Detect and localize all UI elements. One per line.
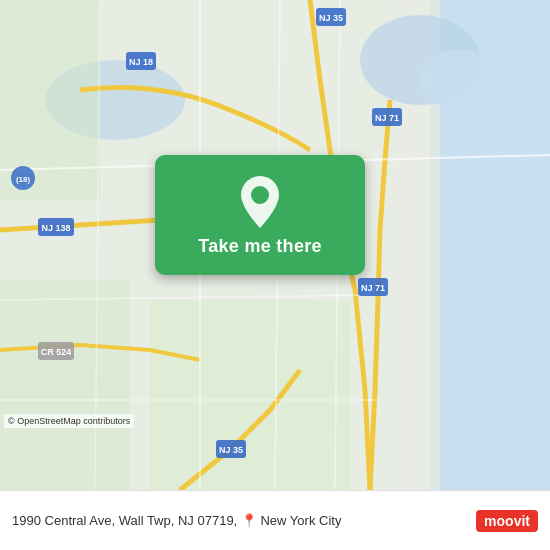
svg-text:NJ 35: NJ 35: [319, 13, 343, 23]
svg-text:NJ 71: NJ 71: [375, 113, 399, 123]
svg-point-32: [251, 186, 269, 204]
svg-text:NJ 18: NJ 18: [129, 57, 153, 67]
svg-text:NJ 35: NJ 35: [219, 445, 243, 455]
svg-text:(18): (18): [16, 175, 31, 184]
cta-label-text: Take me there: [198, 236, 322, 257]
take-me-there-button[interactable]: Take me there: [155, 155, 365, 275]
address-text: 1990 Central Ave, Wall Twp, NJ 07719, 📍 …: [12, 513, 476, 528]
svg-text:CR 524: CR 524: [41, 347, 72, 357]
bottom-bar: 1990 Central Ave, Wall Twp, NJ 07719, 📍 …: [0, 490, 550, 550]
location-pin-icon: [236, 174, 284, 230]
map-attribution: © OpenStreetMap contributors: [4, 414, 134, 428]
svg-text:NJ 71: NJ 71: [361, 283, 385, 293]
moovit-logo: moovit: [476, 510, 538, 532]
moovit-badge: moovit: [476, 510, 538, 532]
city-pin-icon: 📍: [241, 513, 257, 528]
svg-rect-8: [150, 300, 350, 490]
map-container: NJ 35 NJ 18 (18) NJ 71 NJ 138 NJ 71 CR 5…: [0, 0, 550, 490]
svg-text:NJ 138: NJ 138: [41, 223, 70, 233]
svg-point-4: [420, 50, 500, 110]
svg-rect-7: [0, 280, 130, 490]
